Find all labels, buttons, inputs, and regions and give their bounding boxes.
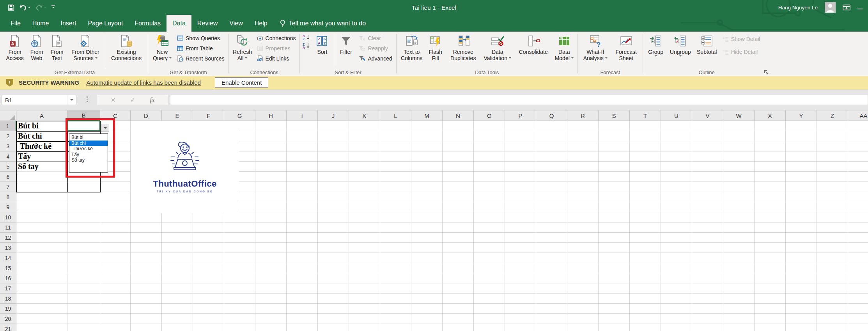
row-header-21[interactable]: 21	[0, 324, 16, 331]
name-box-dropdown-caret[interactable]	[67, 95, 76, 105]
row-header-3[interactable]: 3	[0, 141, 16, 151]
cell-A3[interactable]: Thước kẻ	[18, 141, 67, 151]
row-header-13[interactable]: 13	[0, 243, 16, 253]
minimize-button[interactable]	[857, 4, 863, 11]
tab-review[interactable]: Review	[191, 15, 223, 32]
clear-filter-button[interactable]: Clear	[357, 33, 393, 43]
redo-button[interactable]	[35, 5, 46, 11]
sort-descending-button[interactable]: ZA	[302, 43, 311, 49]
edit-links-button[interactable]: Edit Links	[255, 53, 298, 63]
sort-ascending-button[interactable]: AZ	[302, 34, 311, 40]
confirm-entry-icon[interactable]: ✓	[130, 96, 135, 104]
row-header-18[interactable]: 18	[0, 294, 16, 304]
row-header-10[interactable]: 10	[0, 212, 16, 222]
tab-file[interactable]: File	[5, 15, 27, 32]
column-header-T[interactable]: T	[630, 110, 661, 121]
forecast-sheet-button[interactable]: Forecast Sheet	[611, 32, 641, 69]
name-box[interactable]: B1	[2, 95, 76, 105]
column-header-W[interactable]: W	[723, 110, 755, 121]
column-header-L[interactable]: L	[380, 110, 411, 121]
column-header-E[interactable]: E	[162, 110, 193, 121]
flash-fill-button[interactable]: Flash Fill	[425, 32, 446, 69]
row-header-16[interactable]: 16	[0, 273, 16, 283]
tab-home[interactable]: Home	[27, 15, 55, 32]
column-header-Z[interactable]: Z	[817, 110, 848, 121]
column-header-N[interactable]: N	[443, 110, 474, 121]
row-header-11[interactable]: 11	[0, 222, 16, 233]
show-detail-button[interactable]: Show Detail	[721, 34, 762, 44]
row-header-2[interactable]: 2	[0, 131, 16, 141]
row-header-17[interactable]: 17	[0, 283, 16, 294]
tell-me-box[interactable]: Tell me what you want to do	[280, 15, 366, 32]
column-header-AA[interactable]: AA	[848, 110, 868, 121]
row-headers[interactable]: 123456789101112131415161718192021	[0, 121, 16, 331]
column-header-J[interactable]: J	[318, 110, 349, 121]
column-header-M[interactable]: M	[411, 110, 443, 121]
column-header-I[interactable]: I	[287, 110, 318, 121]
column-header-R[interactable]: R	[567, 110, 599, 121]
cell-A5[interactable]: Sổ tay	[18, 162, 67, 172]
text-to-columns-button[interactable]: Text to Columns	[398, 32, 425, 69]
column-header-O[interactable]: O	[474, 110, 505, 121]
column-header-X[interactable]: X	[755, 110, 786, 121]
tab-insert[interactable]: Insert	[55, 15, 82, 32]
column-header-S[interactable]: S	[599, 110, 630, 121]
reapply-filter-button[interactable]: Reapply	[357, 43, 393, 53]
data-model-button[interactable]: Data Model	[553, 32, 576, 69]
advanced-filter-button[interactable]: Advanced	[357, 53, 393, 63]
filter-button[interactable]: Filter	[335, 32, 356, 69]
formula-input[interactable]	[170, 95, 868, 105]
ribbon-display-options-button[interactable]	[843, 4, 850, 11]
ungroup-button[interactable]: Ungroup	[667, 32, 694, 69]
undo-button[interactable]	[19, 5, 30, 11]
column-header-G[interactable]: G	[224, 110, 255, 121]
save-button[interactable]	[8, 4, 14, 11]
cells-area[interactable]: ThuthuatOffice TRI KY CUA DAN CONG SO Bú…	[16, 121, 868, 331]
from-other-sources-button[interactable]: From Other Sources	[67, 32, 104, 69]
column-header-U[interactable]: U	[661, 110, 692, 121]
column-header-Q[interactable]: Q	[536, 110, 567, 121]
cancel-entry-icon[interactable]: ✕	[110, 96, 115, 104]
from-text-button[interactable]: From Text	[47, 32, 67, 69]
what-if-analysis-button[interactable]: ? What-If Analysis	[579, 32, 611, 69]
properties-button[interactable]: Properties	[255, 43, 298, 53]
tab-page-layout[interactable]: Page Layout	[82, 15, 129, 32]
cell-A2[interactable]: Bút chì	[18, 131, 67, 141]
cell-A1[interactable]: Bút bi	[18, 121, 67, 131]
column-header-D[interactable]: D	[131, 110, 162, 121]
select-all-corner[interactable]	[0, 110, 16, 121]
from-access-button[interactable]: A From Access	[3, 32, 27, 69]
column-header-Y[interactable]: Y	[786, 110, 817, 121]
refresh-all-button[interactable]: Refresh All	[230, 32, 255, 69]
security-warning-message-link[interactable]: Automatic update of links has been disab…	[86, 79, 201, 86]
undo-dropdown-caret[interactable]	[28, 7, 30, 9]
insert-function-icon[interactable]: fx	[150, 96, 154, 104]
enable-content-button[interactable]: Enable Content	[215, 77, 268, 88]
recent-sources-button[interactable]: Recent Sources	[175, 53, 226, 63]
connections-button[interactable]: Connections	[255, 33, 298, 43]
customize-quick-access-toolbar-button[interactable]	[51, 5, 55, 9]
column-header-H[interactable]: H	[255, 110, 287, 121]
row-header-19[interactable]: 19	[0, 304, 16, 314]
show-queries-button[interactable]: Show Queries	[175, 33, 226, 43]
consolidate-button[interactable]: Consolidate	[514, 32, 553, 69]
data-validation-button[interactable]: Data Validation	[481, 32, 514, 69]
row-header-12[interactable]: 12	[0, 233, 16, 243]
row-header-8[interactable]: 8	[0, 192, 16, 202]
from-table-button[interactable]: From Table	[175, 43, 226, 53]
redo-dropdown-caret[interactable]	[44, 7, 46, 9]
column-header-V[interactable]: V	[692, 110, 723, 121]
row-header-6[interactable]: 6	[0, 172, 16, 182]
subtotal-button[interactable]: Subtotal	[694, 32, 720, 69]
embedded-logo-image[interactable]: ThuthuatOffice TRI KY CUA DAN CONG SO	[131, 121, 239, 213]
hide-detail-button[interactable]: Hide Detail	[721, 47, 762, 57]
existing-connections-button[interactable]: Existing Connections	[106, 32, 146, 69]
tab-data[interactable]: Data	[167, 15, 191, 32]
tab-view[interactable]: View	[223, 15, 248, 32]
user-avatar[interactable]	[825, 2, 836, 13]
row-header-1[interactable]: 1	[0, 121, 16, 131]
remove-duplicates-button[interactable]: Remove Duplicates	[446, 32, 481, 69]
row-header-20[interactable]: 20	[0, 314, 16, 324]
tab-help[interactable]: Help	[249, 15, 273, 32]
sort-button[interactable]: ZAAZ Sort	[312, 32, 333, 69]
